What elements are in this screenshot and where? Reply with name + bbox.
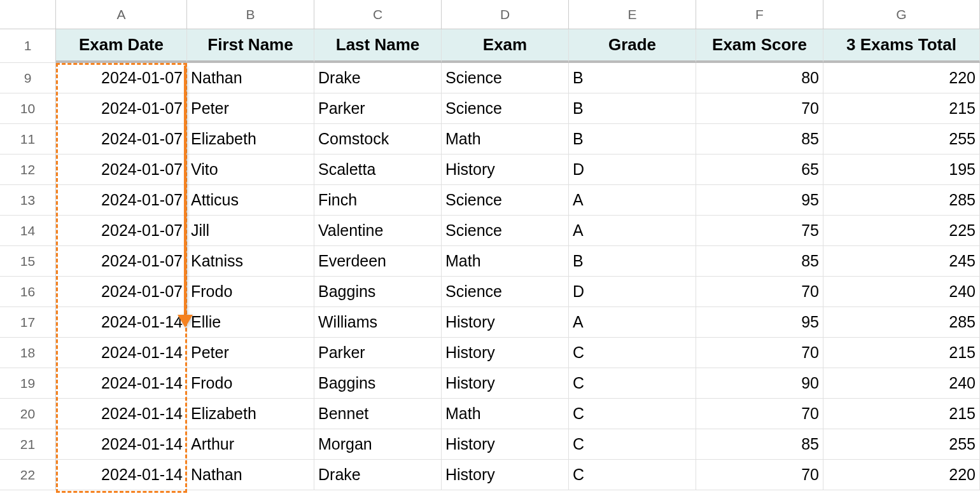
- cell-score[interactable]: 85: [696, 124, 823, 155]
- row-header[interactable]: 18: [0, 338, 56, 368]
- cell-score[interactable]: 70: [696, 277, 823, 307]
- cell-score[interactable]: 70: [696, 93, 823, 124]
- cell-total[interactable]: 195: [823, 155, 980, 185]
- cell-score[interactable]: 80: [696, 63, 823, 93]
- column-header-A[interactable]: A: [56, 0, 187, 29]
- cell-first-name[interactable]: Vito: [187, 155, 314, 185]
- cell-score[interactable]: 65: [696, 155, 823, 185]
- cell-last-name[interactable]: Drake: [314, 460, 442, 490]
- cell-score[interactable]: 90: [696, 368, 823, 399]
- cell-last-name[interactable]: Williams: [314, 307, 442, 338]
- spreadsheet-grid[interactable]: ABCDEFG1Exam DateFirst NameLast NameExam…: [0, 0, 980, 490]
- cell-grade[interactable]: D: [569, 277, 696, 307]
- cell-total[interactable]: 255: [823, 429, 980, 460]
- row-header[interactable]: 21: [0, 429, 56, 460]
- cell-score[interactable]: 85: [696, 429, 823, 460]
- cell-first-name[interactable]: Peter: [187, 338, 314, 368]
- cell-total[interactable]: 220: [823, 63, 980, 93]
- cell-date[interactable]: 2024-01-07: [56, 124, 187, 155]
- row-header[interactable]: 10: [0, 93, 56, 124]
- row-header[interactable]: 20: [0, 399, 56, 429]
- cell-total[interactable]: 240: [823, 368, 980, 399]
- cell-first-name[interactable]: Arthur: [187, 429, 314, 460]
- cell-grade[interactable]: B: [569, 246, 696, 277]
- cell-total[interactable]: 240: [823, 277, 980, 307]
- row-header[interactable]: 11: [0, 124, 56, 155]
- cell-first-name[interactable]: Elizabeth: [187, 124, 314, 155]
- cell-date[interactable]: 2024-01-07: [56, 155, 187, 185]
- cell-score[interactable]: 75: [696, 216, 823, 246]
- cell-score[interactable]: 70: [696, 460, 823, 490]
- row-header[interactable]: 14: [0, 216, 56, 246]
- column-header-D[interactable]: D: [442, 0, 569, 29]
- table-header-cell[interactable]: Exam Score: [696, 29, 823, 63]
- cell-first-name[interactable]: Ellie: [187, 307, 314, 338]
- table-header-cell[interactable]: Exam: [442, 29, 569, 63]
- cell-grade[interactable]: A: [569, 307, 696, 338]
- cell-grade[interactable]: B: [569, 63, 696, 93]
- cell-grade[interactable]: B: [569, 93, 696, 124]
- cell-grade[interactable]: C: [569, 338, 696, 368]
- table-header-cell[interactable]: Grade: [569, 29, 696, 63]
- cell-last-name[interactable]: Morgan: [314, 429, 442, 460]
- cell-date[interactable]: 2024-01-07: [56, 185, 187, 216]
- cell-first-name[interactable]: Elizabeth: [187, 399, 314, 429]
- cell-first-name[interactable]: Katniss: [187, 246, 314, 277]
- cell-total[interactable]: 285: [823, 185, 980, 216]
- column-header-E[interactable]: E: [569, 0, 696, 29]
- row-header[interactable]: 9: [0, 63, 56, 93]
- cell-total[interactable]: 215: [823, 338, 980, 368]
- cell-total[interactable]: 255: [823, 124, 980, 155]
- cell-grade[interactable]: B: [569, 124, 696, 155]
- cell-exam[interactable]: History: [442, 368, 569, 399]
- cell-date[interactable]: 2024-01-14: [56, 399, 187, 429]
- cell-total[interactable]: 225: [823, 216, 980, 246]
- cell-total[interactable]: 220: [823, 460, 980, 490]
- cell-last-name[interactable]: Scaletta: [314, 155, 442, 185]
- cell-last-name[interactable]: Bennet: [314, 399, 442, 429]
- cell-exam[interactable]: History: [442, 429, 569, 460]
- cell-total[interactable]: 245: [823, 246, 980, 277]
- column-header-F[interactable]: F: [696, 0, 823, 29]
- cell-total[interactable]: 215: [823, 399, 980, 429]
- cell-exam[interactable]: History: [442, 460, 569, 490]
- cell-exam[interactable]: Science: [442, 185, 569, 216]
- cell-last-name[interactable]: Comstock: [314, 124, 442, 155]
- cell-date[interactable]: 2024-01-14: [56, 429, 187, 460]
- row-header[interactable]: 16: [0, 277, 56, 307]
- cell-exam[interactable]: History: [442, 338, 569, 368]
- cell-last-name[interactable]: Baggins: [314, 277, 442, 307]
- cell-last-name[interactable]: Baggins: [314, 368, 442, 399]
- cell-date[interactable]: 2024-01-07: [56, 246, 187, 277]
- row-header[interactable]: 17: [0, 307, 56, 338]
- cell-date[interactable]: 2024-01-07: [56, 216, 187, 246]
- cell-date[interactable]: 2024-01-14: [56, 460, 187, 490]
- cell-score[interactable]: 70: [696, 399, 823, 429]
- cell-score[interactable]: 95: [696, 185, 823, 216]
- cell-score[interactable]: 95: [696, 307, 823, 338]
- column-header-C[interactable]: C: [314, 0, 442, 29]
- column-header-G[interactable]: G: [823, 0, 980, 29]
- cell-score[interactable]: 70: [696, 338, 823, 368]
- cell-exam[interactable]: History: [442, 307, 569, 338]
- cell-date[interactable]: 2024-01-14: [56, 338, 187, 368]
- row-header[interactable]: 13: [0, 185, 56, 216]
- column-header-B[interactable]: B: [187, 0, 314, 29]
- table-header-cell[interactable]: Exam Date: [56, 29, 187, 63]
- row-header[interactable]: 19: [0, 368, 56, 399]
- cell-total[interactable]: 215: [823, 93, 980, 124]
- cell-last-name[interactable]: Finch: [314, 185, 442, 216]
- cell-exam[interactable]: Science: [442, 277, 569, 307]
- table-header-cell[interactable]: First Name: [187, 29, 314, 63]
- cell-score[interactable]: 85: [696, 246, 823, 277]
- cell-date[interactable]: 2024-01-14: [56, 368, 187, 399]
- cell-date[interactable]: 2024-01-07: [56, 63, 187, 93]
- cell-last-name[interactable]: Drake: [314, 63, 442, 93]
- cell-first-name[interactable]: Frodo: [187, 277, 314, 307]
- cell-exam[interactable]: Science: [442, 93, 569, 124]
- cell-date[interactable]: 2024-01-14: [56, 307, 187, 338]
- row-header[interactable]: 15: [0, 246, 56, 277]
- table-header-cell[interactable]: Last Name: [314, 29, 442, 63]
- cell-grade[interactable]: C: [569, 429, 696, 460]
- cell-exam[interactable]: Math: [442, 246, 569, 277]
